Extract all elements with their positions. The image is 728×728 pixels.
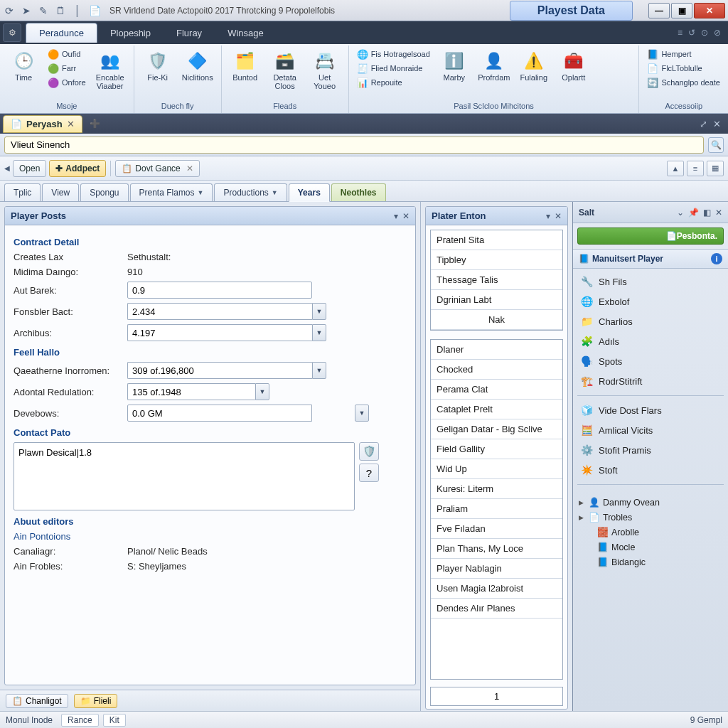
close-button[interactable]: ✕ — [694, 3, 725, 18]
adontal-input[interactable] — [127, 383, 255, 400]
circle-icon[interactable]: ⊙ — [701, 28, 708, 38]
fonsbler-input[interactable] — [127, 303, 312, 320]
expand-icon[interactable]: ▶ — [579, 499, 586, 506]
ribbon-flcltoblulle[interactable]: 📄FlcLToblulle — [643, 61, 724, 75]
ribbon-flied[interactable]: 🧾Flied Monraide — [353, 61, 434, 75]
tree-node[interactable]: 🧱Aroblle — [577, 525, 724, 540]
open-button[interactable]: Open — [13, 160, 46, 177]
pager[interactable]: 1 — [430, 687, 563, 706]
nav-item[interactable]: 🧩Adıls — [574, 331, 727, 351]
nav-item[interactable]: 🔧Sh Fils — [574, 272, 727, 291]
tree-node[interactable]: 📘Mocle — [577, 540, 724, 555]
tree-node[interactable]: 📘Bidangic — [577, 555, 724, 569]
grid-icon[interactable]: ▦ — [707, 161, 724, 176]
nav-item[interactable]: 📁Charlios — [574, 311, 727, 331]
ribbon-repouite[interactable]: 📊Repouite — [353, 75, 434, 90]
reload-icon[interactable]: ↺ — [688, 28, 695, 38]
panel-menu-icon[interactable]: ▾ — [394, 211, 398, 221]
qaeatherne-input[interactable] — [127, 362, 312, 379]
list-item[interactable]: Usen Magia l2abroist — [431, 579, 562, 599]
list-item[interactable]: Dlaner — [431, 340, 562, 360]
info-badge-icon[interactable]: i — [711, 253, 722, 264]
status-kit[interactable]: Kit — [103, 714, 126, 727]
tab-productions[interactable]: Productions▼ — [214, 183, 287, 201]
ribbon-buntod-button[interactable]: 🗂️Buntod — [226, 47, 264, 94]
pesbonta-banner[interactable]: 📄 Pesbonta. — [577, 228, 724, 245]
nav-item[interactable]: 🧊Vide Dost Flars — [574, 400, 727, 420]
expand-icon[interactable]: ▶ — [579, 514, 586, 521]
dropdown-button[interactable]: ▼ — [312, 324, 326, 341]
edit-icon[interactable]: ✎ — [37, 4, 50, 17]
list-item[interactable]: Geligan Datar - Big Sclive — [431, 419, 562, 439]
menu-tab-winsage[interactable]: Winsage — [215, 23, 277, 43]
list-item[interactable]: Tipbley — [431, 250, 562, 270]
nocircle-icon[interactable]: ⊘ — [714, 28, 721, 38]
close-icon[interactable]: ✕ — [186, 164, 193, 173]
flieli-button[interactable]: 📁 Flieli — [74, 694, 118, 708]
list-item[interactable]: Kuresi: Literm — [431, 479, 562, 499]
ribbon-hempert[interactable]: 📘Hempert — [643, 47, 724, 61]
close-icon[interactable]: ✕ — [715, 208, 722, 218]
ribbon-farr[interactable]: 🟢Farr — [44, 61, 90, 75]
contact-pato-textarea[interactable] — [14, 442, 355, 510]
menu-tab-fluray[interactable]: Fluray — [164, 23, 215, 43]
list-item[interactable]: Wid Up — [431, 459, 562, 479]
nav-item[interactable]: 🌐Exbolof — [574, 291, 727, 311]
dropdown-button[interactable]: ▼ — [355, 405, 369, 422]
pin-icon[interactable]: 📌 — [688, 208, 699, 218]
addpect-button[interactable]: ✚ Addpect — [49, 160, 106, 177]
close-icon[interactable]: ✕ — [713, 119, 721, 129]
ribbon-oplartt-button[interactable]: 🧰Oplartt — [555, 47, 593, 90]
ribbon-detata-button[interactable]: 🗃️Detata Cloos — [266, 47, 304, 94]
list-item[interactable]: Field Gallity — [431, 439, 562, 459]
new-tab-button[interactable]: ➕ — [90, 119, 100, 129]
list-item[interactable]: Thessage Talis — [431, 270, 562, 290]
dropdown-button[interactable]: ▼ — [312, 303, 326, 320]
nav-item[interactable]: 🧮Amlical Vicits — [574, 420, 727, 440]
panel-close-icon[interactable]: ✕ — [555, 211, 562, 221]
panel-close-icon[interactable]: ✕ — [402, 211, 410, 221]
search-input[interactable] — [4, 136, 704, 154]
back-icon[interactable]: ◀ — [4, 164, 10, 172]
ribbon-hotrage[interactable]: 🌐Fis Hotragelsoad — [353, 47, 434, 61]
archibus-input[interactable] — [127, 324, 312, 341]
ribbon-uet-button[interactable]: 📇Uet Youeo — [306, 47, 344, 94]
devebows-input[interactable] — [127, 405, 312, 422]
tab-close-icon[interactable]: ✕ — [67, 119, 75, 129]
chevron-down-icon[interactable]: ⌄ — [677, 208, 684, 218]
nav-item[interactable]: ⚙️Stofit Pramis — [574, 440, 727, 460]
menu-tab-plopeship[interactable]: Plopeship — [97, 23, 164, 43]
dropdown-button[interactable]: ▼ — [312, 362, 326, 379]
tab-prenta[interactable]: Prenta Flamos▼ — [130, 183, 213, 201]
tree-node[interactable]: ▶📄Trobles — [577, 510, 724, 525]
status-rance[interactable]: Rance — [61, 714, 99, 727]
panel-menu-icon[interactable]: ▾ — [546, 211, 550, 221]
nav-item[interactable]: ✴️Stoft — [574, 460, 727, 480]
list-item[interactable]: Perama Clat — [431, 380, 562, 400]
document-tab[interactable]: 📄 Peryash ✕ — [3, 115, 82, 133]
ribbon-time-button[interactable]: 🕒Time — [4, 47, 43, 94]
list-item[interactable]: Player Nablagin — [431, 559, 562, 579]
ribbon-niclitions-button[interactable]: 🔷Niclitions — [178, 47, 217, 85]
menu-icon[interactable]: ≡ — [678, 28, 682, 38]
ribbon-schanglpo[interactable]: 🔄Schanglpo deate — [643, 75, 724, 90]
tab-neothles[interactable]: Neothles — [331, 183, 386, 201]
note-icon[interactable]: 🗒 — [54, 4, 67, 17]
menu-tab-peradunce[interactable]: Peradunce — [26, 23, 97, 43]
chanligot-button[interactable]: 📋 Chanligot — [6, 694, 68, 708]
list-item[interactable]: Praliam — [431, 499, 562, 519]
list-item[interactable]: Dgrinian Labt — [431, 290, 562, 310]
tab-spongu[interactable]: Spongu — [80, 183, 128, 201]
collapse-icon[interactable]: ▲ — [667, 161, 684, 176]
list-item[interactable]: Pratenl Sita — [431, 230, 562, 250]
plater-listbox-2[interactable]: Dlaner Chocked Perama Clat Cataplet Prel… — [430, 339, 563, 680]
tab-view[interactable]: View — [42, 183, 79, 201]
ribbon-oufid[interactable]: 🟠Oufid — [44, 47, 90, 61]
list-item[interactable]: Cataplet Prelt — [431, 400, 562, 419]
dovt-gance-button[interactable]: 📋 Dovt Gance✕ — [115, 160, 199, 177]
nak-button[interactable]: Nak — [431, 310, 562, 330]
ribbon-encable-button[interactable]: 👥Encable Viaaber — [91, 47, 129, 94]
ribbon-fulaling-button[interactable]: ⚠️Fulaling — [515, 47, 553, 90]
app-menu-button[interactable]: ⚙ — [3, 23, 21, 42]
window-icon[interactable]: ◧ — [703, 208, 711, 218]
